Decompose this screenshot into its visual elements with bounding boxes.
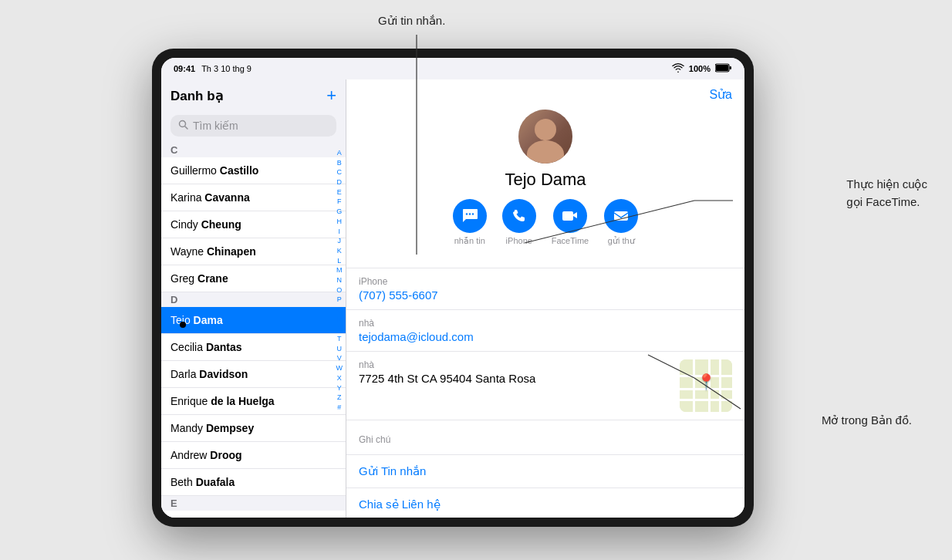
avatar-section: Tejo Dama bbox=[346, 110, 744, 261]
svg-point-3 bbox=[180, 121, 186, 127]
index-l[interactable]: L bbox=[336, 257, 343, 266]
battery-icon bbox=[715, 63, 732, 74]
search-placeholder: Tìm kiếm bbox=[193, 120, 238, 132]
contact-andrew-droog[interactable]: Andrew Droog bbox=[161, 442, 346, 469]
index-y[interactable]: Y bbox=[336, 384, 343, 393]
svg-rect-9 bbox=[614, 211, 628, 221]
svg-rect-2 bbox=[716, 65, 728, 71]
index-a[interactable]: A bbox=[336, 149, 343, 158]
map-thumbnail[interactable]: 📍 bbox=[680, 359, 732, 412]
share-contact-link[interactable]: Chia sẻ Liên hệ bbox=[359, 498, 732, 511]
contact-enrique-huelga[interactable]: Enrique de la Huelga bbox=[161, 388, 346, 415]
avatar-image bbox=[518, 110, 572, 164]
index-k[interactable]: K bbox=[336, 247, 343, 256]
annotation-send-message: Gửi tin nhắn. bbox=[378, 14, 445, 28]
index-letters: A B C D E F G H I J K L M N O bbox=[336, 149, 343, 413]
email-value[interactable]: tejodama@icloud.com bbox=[359, 330, 732, 343]
contact-tejo-dama[interactable]: Tejo Dama bbox=[161, 307, 346, 334]
iphone-value[interactable]: (707) 555-6607 bbox=[359, 288, 732, 302]
contact-mandy-dempsey[interactable]: Mandy Dempsey bbox=[161, 415, 346, 442]
index-n[interactable]: N bbox=[336, 276, 343, 285]
svg-rect-8 bbox=[562, 211, 573, 221]
add-contact-button[interactable]: + bbox=[326, 86, 336, 106]
contacts-panel: Danh bạ + Tìm kiếm bbox=[161, 79, 346, 518]
index-t[interactable]: T bbox=[336, 335, 343, 344]
status-bar: 09:41 Th 3 10 thg 9 100% bbox=[161, 58, 744, 79]
index-j[interactable]: J bbox=[336, 237, 343, 246]
status-left: 09:41 Th 3 10 thg 9 bbox=[174, 64, 252, 73]
contact-cecilia-dantas[interactable]: Cecilia Dantas bbox=[161, 334, 346, 361]
send-message-link[interactable]: Gửi Tin nhắn bbox=[359, 464, 732, 478]
index-h[interactable]: H bbox=[336, 218, 343, 227]
index-m[interactable]: M bbox=[336, 266, 343, 275]
avatar bbox=[518, 110, 572, 164]
section-header-c: C bbox=[161, 143, 346, 157]
contact-darla-davidson[interactable]: Darla Davidson bbox=[161, 361, 346, 388]
facetime-action-button[interactable]: FaceTime bbox=[552, 199, 589, 246]
facetime-icon bbox=[553, 199, 587, 233]
address-field: nhà 7725 4th St CA 95404 Santa Rosa bbox=[346, 352, 744, 420]
phone-action-button[interactable]: iPhone bbox=[502, 199, 536, 246]
detail-header: Sửa bbox=[346, 79, 744, 110]
section-header-e: E bbox=[161, 496, 346, 511]
index-v[interactable]: V bbox=[336, 354, 343, 363]
index-d[interactable]: D bbox=[336, 178, 343, 187]
contacts-header: Danh bạ + bbox=[161, 79, 346, 112]
index-b[interactable]: B bbox=[336, 159, 343, 168]
index-o[interactable]: O bbox=[336, 286, 343, 295]
time: 09:41 bbox=[174, 64, 195, 73]
edit-button[interactable]: Sửa bbox=[709, 87, 732, 102]
status-right: 100% bbox=[672, 63, 732, 74]
index-i[interactable]: I bbox=[336, 228, 343, 237]
index-g[interactable]: G bbox=[336, 207, 343, 217]
contact-karina-cavanna[interactable]: Karina Cavanna bbox=[161, 184, 346, 211]
annotation-maps: Mở trong Bản đồ. bbox=[822, 413, 912, 427]
contact-guillermo-castillo[interactable]: Guillermo Castillo bbox=[161, 157, 346, 184]
index-f[interactable]: F bbox=[336, 197, 343, 207]
phone-icon bbox=[502, 199, 536, 233]
index-w[interactable]: W bbox=[336, 364, 343, 373]
index-e[interactable]: E bbox=[336, 188, 343, 197]
notes-row: Ghi chú bbox=[346, 427, 744, 455]
index-p[interactable]: P bbox=[336, 295, 343, 305]
search-icon bbox=[178, 120, 188, 132]
index-s[interactable]: S bbox=[336, 325, 343, 334]
iphone-label: iPhone bbox=[359, 276, 732, 287]
main-content: Danh bạ + Tìm kiếm bbox=[161, 79, 744, 518]
index-x[interactable]: X bbox=[336, 374, 343, 383]
email-field: nhà tejodama@icloud.com bbox=[346, 310, 744, 352]
message-action-label: nhắn tin bbox=[454, 236, 485, 246]
phone-action-label: iPhone bbox=[506, 236, 532, 245]
index-u[interactable]: U bbox=[336, 345, 343, 354]
svg-point-7 bbox=[472, 213, 474, 214]
search-bar[interactable]: Tìm kiếm bbox=[170, 115, 336, 137]
send-message-link-row[interactable]: Gửi Tin nhắn bbox=[346, 455, 744, 488]
index-r[interactable]: R bbox=[336, 315, 343, 325]
map-grid: 📍 bbox=[680, 359, 732, 412]
facetime-action-label: FaceTime bbox=[552, 236, 589, 245]
sidebar-bullet bbox=[180, 322, 186, 328]
contact-cindy-cheung[interactable]: Cindy Cheung bbox=[161, 211, 346, 238]
info-section: iPhone (707) 555-6607 nhà tejodama@iclou… bbox=[346, 268, 744, 420]
address-content: nhà 7725 4th St CA 95404 Santa Rosa bbox=[359, 359, 673, 385]
share-contact-link-row[interactable]: Chia sẻ Liên hệ bbox=[346, 488, 744, 518]
contact-wayne-chinapen[interactable]: Wayne Chinapen bbox=[161, 238, 346, 265]
email-label: nhà bbox=[359, 318, 732, 329]
message-action-button[interactable]: nhắn tin bbox=[453, 199, 487, 246]
contact-dave-elfving[interactable]: Dave Elfving bbox=[161, 511, 346, 518]
mail-action-button[interactable]: gửi thư bbox=[604, 199, 638, 246]
detail-panel: Sửa Tejo Dama bbox=[346, 79, 744, 518]
index-c[interactable]: C bbox=[336, 168, 343, 177]
address-label: nhà bbox=[359, 359, 673, 370]
index-z[interactable]: Z bbox=[336, 393, 343, 403]
index-q[interactable]: Q bbox=[336, 305, 343, 315]
message-icon bbox=[453, 199, 487, 233]
address-value[interactable]: 7725 4th St CA 95404 Santa Rosa bbox=[359, 372, 673, 385]
index-hash[interactable]: # bbox=[336, 403, 343, 413]
mail-action-label: gửi thư bbox=[608, 236, 635, 246]
svg-point-6 bbox=[469, 213, 471, 214]
contact-beth-duafala[interactable]: Beth Duafala bbox=[161, 469, 346, 496]
day: Th 3 10 thg 9 bbox=[201, 64, 252, 73]
wifi-icon bbox=[672, 63, 684, 74]
contact-greg-crane[interactable]: Greg Crane bbox=[161, 265, 346, 292]
